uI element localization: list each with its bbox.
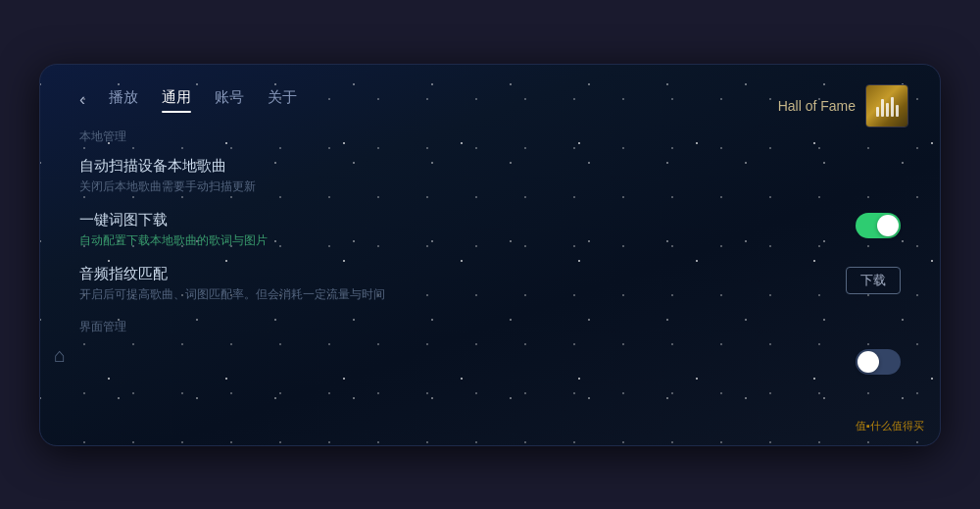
settings-container: 本地管理自动扫描设备本地歌曲关闭后本地歌曲需要手动扫描更新一键词图下载自动配置下…: [79, 128, 901, 375]
toggle-interface-toggle[interactable]: [856, 349, 901, 375]
watermark: 值▪什么值得买: [856, 419, 924, 433]
setting-row-audio-fingerprint: 音频指纹匹配开启后可提高歌曲、词图匹配率。但会消耗一定流量与时间下载: [79, 265, 901, 303]
setting-desc-audio-fingerprint: 开启后可提高歌曲、词图匹配率。但会消耗一定流量与时间: [79, 286, 385, 303]
toggle-one-key-download[interactable]: [856, 213, 901, 238]
album-thumbnail[interactable]: [865, 84, 908, 127]
nav-tab-account[interactable]: 账号: [215, 88, 244, 111]
setting-item-one-key-download: 一键词图下载自动配置下载本地歌曲的歌词与图片: [79, 211, 901, 249]
setting-text-auto-scan: 自动扫描设备本地歌曲关闭后本地歌曲需要手动扫描更新: [79, 157, 256, 195]
setting-row-auto-scan: 自动扫描设备本地歌曲关闭后本地歌曲需要手动扫描更新: [79, 157, 901, 195]
setting-desc-one-key-download: 自动配置下载本地歌曲的歌词与图片: [79, 232, 268, 249]
section-label-interface-management: 界面管理: [79, 319, 901, 335]
setting-row-one-key-download: 一键词图下载自动配置下载本地歌曲的歌词与图片: [79, 211, 901, 249]
top-right-area: Hall of Fame: [778, 84, 908, 127]
section-interface-management: 界面管理: [79, 319, 901, 375]
music-bars-icon: [876, 95, 899, 117]
setting-text-one-key-download: 一键词图下载自动配置下载本地歌曲的歌词与图片: [79, 211, 268, 249]
setting-text-audio-fingerprint: 音频指纹匹配开启后可提高歌曲、词图匹配率。但会消耗一定流量与时间: [79, 265, 385, 303]
setting-title-audio-fingerprint: 音频指纹匹配: [79, 265, 385, 283]
nav-tab-playback[interactable]: 播放: [109, 88, 138, 111]
download-button-audio-fingerprint[interactable]: 下载: [846, 267, 901, 294]
nav-tabs: 播放通用账号关于: [109, 88, 297, 111]
setting-item-auto-scan: 自动扫描设备本地歌曲关闭后本地歌曲需要手动扫描更新: [79, 157, 901, 195]
device-screen: ‹ 播放通用账号关于 Hall of Fame: [39, 64, 941, 446]
setting-row-interface-toggle: [79, 347, 901, 375]
setting-title-one-key-download: 一键词图下载: [79, 211, 268, 229]
setting-title-auto-scan: 自动扫描设备本地歌曲: [79, 157, 256, 176]
back-button[interactable]: ‹: [79, 89, 85, 110]
nav-tab-general[interactable]: 通用: [162, 88, 191, 111]
section-label-local-management: 本地管理: [79, 128, 901, 145]
now-playing-title: Hall of Fame: [778, 98, 856, 114]
nav-tab-about[interactable]: 关于: [268, 88, 297, 111]
section-local-management: 本地管理自动扫描设备本地歌曲关闭后本地歌曲需要手动扫描更新一键词图下载自动配置下…: [79, 128, 901, 303]
toggle-knob-one-key-download: [877, 215, 899, 236]
setting-item-audio-fingerprint: 音频指纹匹配开启后可提高歌曲、词图匹配率。但会消耗一定流量与时间下载: [79, 265, 901, 303]
setting-desc-auto-scan: 关闭后本地歌曲需要手动扫描更新: [79, 178, 256, 195]
toggle-knob-interface-toggle: [858, 351, 879, 373]
